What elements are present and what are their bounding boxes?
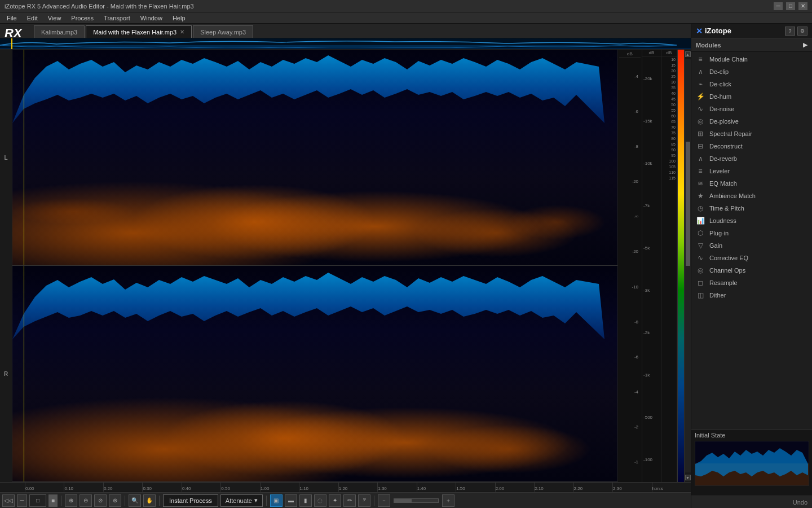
- zoom-region-btn[interactable]: ⊘: [94, 494, 107, 507]
- module-deconstruct[interactable]: ⊟ Deconstruct: [691, 140, 812, 152]
- module-leveler[interactable]: ≡ Leveler: [691, 165, 812, 177]
- modules-header: Modules ▶: [691, 38, 812, 52]
- module-loudness[interactable]: 📊 Loudness: [691, 214, 812, 227]
- channel-left-label: L: [0, 50, 12, 266]
- zoom-slider[interactable]: [394, 498, 439, 503]
- module-deplosive[interactable]: ◎ De-plosive: [691, 115, 812, 128]
- module-spectral-repair[interactable]: ⊞ Spectral Repair: [691, 128, 812, 140]
- module-chain-icon: ≡: [696, 55, 705, 64]
- sel-freq-btn[interactable]: ▮: [299, 494, 312, 507]
- toolbar-scrollbar-left[interactable]: □: [29, 494, 46, 507]
- waveform-channel-left[interactable]: [12, 50, 617, 266]
- izotope-btns: ? ⚙: [785, 27, 807, 36]
- menu-help[interactable]: Help: [168, 14, 190, 23]
- module-chain-label: Module Chain: [709, 56, 748, 63]
- zoom-minus-btn[interactable]: －: [378, 494, 390, 507]
- module-dehum[interactable]: ⚡ De-hum: [691, 90, 812, 103]
- tab-sleepaway[interactable]: Sleep Away.mp3: [193, 25, 253, 38]
- sel-lasso-btn[interactable]: ◌: [314, 494, 326, 507]
- toolbar-sep-3: [159, 496, 160, 506]
- menu-view[interactable]: View: [43, 14, 66, 23]
- module-plugin[interactable]: ⬡ Plug-in: [691, 227, 812, 239]
- modules-list: ≡ Module Chain ∧ De-clip ⌁ De-click ⚡ De…: [691, 52, 812, 429]
- toolbar-scrollbar-right[interactable]: ■: [48, 494, 58, 507]
- sel-time-btn[interactable]: ▬: [285, 494, 297, 507]
- menu-edit[interactable]: Edit: [23, 14, 42, 23]
- time-mark-150: 1:50: [456, 483, 495, 492]
- time-mark-20: 0:20: [103, 483, 142, 492]
- menu-window[interactable]: Window: [136, 14, 167, 23]
- module-dereverb[interactable]: ∧ De-reverb: [691, 152, 812, 165]
- scroll-track[interactable]: [685, 59, 691, 472]
- zoom-in-btn[interactable]: ⊕: [65, 494, 77, 507]
- waveform-channel-right[interactable]: [12, 266, 617, 482]
- zoom-plus-btn[interactable]: ＋: [442, 494, 454, 507]
- tab-kalimba[interactable]: Kalimba.mp3: [34, 25, 85, 38]
- time-mark-30: 0:30: [142, 483, 181, 492]
- module-dither[interactable]: ◫ Dither: [691, 289, 812, 301]
- mini-wave-content: [0, 40, 691, 48]
- undo-label[interactable]: Undo: [793, 499, 807, 506]
- toolbar-sep-2: [125, 496, 125, 506]
- svg-marker-1: [12, 55, 604, 123]
- title-text: iZotope RX 5 Advanced Audio Editor - Mai…: [5, 3, 194, 10]
- time-mark-120: 1:20: [338, 483, 377, 492]
- toolbar-back-btn[interactable]: ◁◁: [2, 494, 15, 507]
- minimize-button[interactable]: ─: [774, 2, 783, 10]
- module-denoise[interactable]: ∿ De-noise: [691, 103, 812, 115]
- module-declick[interactable]: ⌁ De-click: [691, 78, 812, 90]
- time-mark-50: 0:50: [220, 483, 259, 492]
- hand-tool-btn[interactable]: ✋: [143, 494, 156, 507]
- attenuate-arrow: ▾: [254, 497, 258, 504]
- izotope-header: ✕ iZotope ? ⚙: [691, 24, 812, 38]
- module-dereverb-label: De-reverb: [709, 155, 737, 162]
- module-ambiencematch-label: Ambience Match: [709, 192, 756, 199]
- module-dehum-icon: ⚡: [696, 92, 705, 101]
- menu-file[interactable]: File: [2, 14, 21, 23]
- module-eq-match[interactable]: ≋ EQ Match: [691, 177, 812, 190]
- attenuate-label: Attenuate: [226, 497, 252, 504]
- module-loudness-icon: 📊: [696, 216, 705, 225]
- scroll-up-btn[interactable]: ▲: [685, 51, 691, 57]
- sel-rect-btn[interactable]: ▣: [270, 494, 283, 507]
- maximize-button[interactable]: □: [786, 2, 795, 10]
- izotope-settings-btn[interactable]: ⚙: [797, 27, 807, 36]
- module-eqmatch-label: EQ Match: [709, 180, 737, 187]
- close-button[interactable]: ✕: [798, 2, 807, 10]
- module-gain[interactable]: ▽ Gain: [691, 239, 812, 252]
- module-resample[interactable]: ◻ Resample: [691, 277, 812, 289]
- module-denoise-label: De-noise: [709, 106, 734, 112]
- waveform-main[interactable]: [12, 50, 617, 482]
- module-dereverb-icon: ∧: [696, 154, 705, 163]
- zoom-fit-btn[interactable]: ⊗: [109, 494, 121, 507]
- zoom-out-btn[interactable]: ⊖: [80, 494, 92, 507]
- tab-maid-close[interactable]: ✕: [180, 29, 184, 35]
- instant-process-button[interactable]: Instant Process: [163, 494, 218, 507]
- izotope-help-btn[interactable]: ?: [785, 27, 795, 36]
- toolbar-sep-1: [61, 496, 61, 506]
- attenuate-dropdown[interactable]: Attenuate ▾: [220, 494, 263, 507]
- time-mark-230: 2:30: [612, 483, 651, 492]
- sel-brush-btn[interactable]: ✏: [343, 494, 356, 507]
- module-leveler-icon: ≡: [696, 167, 705, 176]
- tab-maid[interactable]: Maid with the Flaxen Hair.mp3 ✕: [86, 25, 192, 38]
- mini-timeline[interactable]: [0, 38, 691, 50]
- module-corrective-eq[interactable]: ∿ Corrective EQ: [691, 252, 812, 264]
- module-time-pitch[interactable]: ◷ Time & Pitch: [691, 202, 812, 214]
- module-declick-icon: ⌁: [696, 80, 705, 89]
- scroll-down-btn[interactable]: ▼: [685, 475, 691, 480]
- toolbar-sep-4: [266, 496, 267, 506]
- harmonic-btn[interactable]: 𝄢: [358, 494, 370, 507]
- menu-process[interactable]: Process: [67, 14, 98, 23]
- sel-magic-btn[interactable]: ✦: [329, 494, 341, 507]
- modules-expand-icon[interactable]: ▶: [803, 41, 807, 49]
- module-declip[interactable]: ∧ De-clip: [691, 65, 812, 78]
- time-mark-140: 1:40: [417, 483, 456, 492]
- menu-transport[interactable]: Transport: [99, 14, 135, 23]
- title-bar: iZotope RX 5 Advanced Audio Editor - Mai…: [0, 0, 812, 12]
- module-channel-ops[interactable]: ◎ Channel Ops: [691, 264, 812, 277]
- select-tool-btn[interactable]: 🔍: [129, 494, 141, 507]
- toolbar-zoom-out-btn[interactable]: ─: [17, 494, 27, 507]
- module-ambience-match[interactable]: ★ Ambience Match: [691, 190, 812, 202]
- module-chain[interactable]: ≡ Module Chain: [691, 53, 812, 65]
